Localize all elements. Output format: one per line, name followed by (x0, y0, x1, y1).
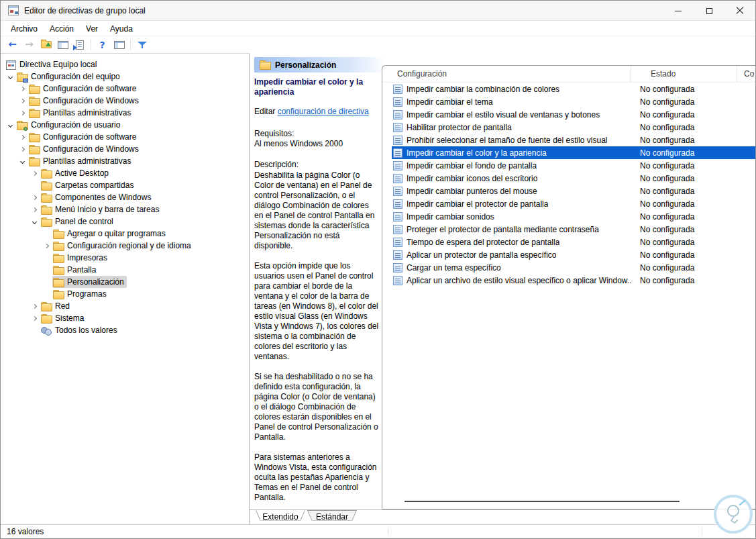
tree-item-configuracion-del-equipo[interactable]: Configuración del equipo (1, 70, 249, 83)
tree-item-agregar-o-quitar-programas[interactable]: Agregar o quitar programas (1, 228, 249, 240)
filter-button[interactable] (133, 38, 150, 52)
policy-row-impedir-cambiar-el-protector-de-pantalla[interactable]: Impedir cambiar el protector de pantalla… (382, 197, 756, 210)
up-one-level-button[interactable] (38, 38, 54, 52)
policy-icon (393, 161, 402, 170)
export-list-button[interactable] (71, 38, 88, 52)
tree-item-plantillas-administrativas[interactable]: Plantillas administrativas (1, 155, 249, 167)
panes-icon (58, 41, 68, 49)
menu-ver[interactable]: Ver (80, 22, 104, 36)
requirements-block: Requisitos: Al menos Windows 2000 (254, 129, 379, 149)
policy-row-impedir-cambiar-la-combinacion-de-colore[interactable]: Impedir cambiar la combinación de colore… (382, 83, 756, 95)
policy-row-impedir-cambiar-el-fondo-de-pantalla[interactable]: Impedir cambiar el fondo de pantallaNo c… (382, 159, 756, 172)
menu-ayuda[interactable]: Ayuda (104, 22, 139, 36)
tab-estandar[interactable]: Estándar (307, 510, 357, 523)
tree-item-sistema[interactable]: Sistema (1, 312, 249, 324)
policy-row-impedir-cambiar-sonidos[interactable]: Impedir cambiar sonidosNo configurada (382, 210, 756, 223)
tree-item-programas[interactable]: Programas (1, 288, 249, 300)
edit-policy-link[interactable]: configuración de directiva (278, 107, 369, 116)
chevron-right-icon[interactable] (17, 107, 28, 119)
extended-view-button[interactable] (111, 38, 127, 52)
tree-item-menu-inicio-y-barra-de-tareas[interactable]: Menú Inicio y barra de tareas (1, 203, 249, 215)
tree-item-configuracion-de-software[interactable]: Configuración de software (1, 131, 249, 143)
policy-row-habilitar-protector-de-pantalla[interactable]: Habilitar protector de pantallaNo config… (382, 121, 756, 134)
chevron-down-icon[interactable] (29, 215, 40, 228)
tree-item-configuracion-de-windows[interactable]: Configuración de Windows (1, 143, 249, 155)
minimize-button[interactable] (663, 1, 694, 21)
chevron-right-icon[interactable] (17, 143, 28, 155)
tree-item-panel-de-control[interactable]: Panel de control (1, 215, 249, 228)
policy-row-impedir-cambiar-el-color-y-la-apariencia[interactable]: Impedir cambiar el color y la apariencia… (382, 146, 756, 159)
policy-row-aplicar-un-protector-de-pantalla-especif[interactable]: Aplicar un protector de pantalla específ… (382, 248, 756, 261)
close-button[interactable] (724, 1, 755, 21)
list-header: Configuración Estado Co (382, 66, 756, 83)
policy-row-tiempo-de-espera-del-protector-de-pantal[interactable]: Tiempo de espera del protector de pantal… (382, 236, 756, 248)
folder-icon (29, 109, 40, 117)
show-console-tree-button[interactable] (54, 38, 71, 52)
menu-archivo[interactable]: Archivo (5, 22, 44, 36)
chevron-right-icon[interactable] (17, 83, 28, 95)
folder-icon (41, 217, 52, 226)
policy-state: No configurada (632, 123, 738, 132)
tree-item-configuracion-de-windows[interactable]: Configuración de Windows (1, 95, 249, 107)
tree-item-red[interactable]: Red (1, 300, 249, 312)
policy-row-impedir-cambiar-el-tema[interactable]: Impedir cambiar el temaNo configurada (382, 95, 756, 108)
tree-item-componentes-de-windows[interactable]: Componentes de Windows (1, 191, 249, 203)
tree-item-plantillas-administrativas[interactable]: Plantillas administrativas (1, 107, 249, 119)
tree-item-impresoras[interactable]: Impresoras (1, 252, 249, 264)
tree-item-personalizacion[interactable]: Personalización (1, 276, 249, 288)
chevron-right-icon[interactable] (29, 191, 40, 203)
policy-row-cargar-un-tema-especifico[interactable]: Cargar un tema específicoNo configurada (382, 261, 756, 274)
app-icon (8, 5, 19, 15)
policy-name-cell: Impedir cambiar el estilo visual de vent… (393, 110, 632, 119)
tree-item-pantalla[interactable]: Pantalla (1, 264, 249, 276)
description-paragraph: Para sistemas anteriores a Windows Vista… (254, 452, 379, 503)
chevron-right-icon[interactable] (29, 167, 40, 179)
tree-item-active-desktop[interactable]: Active Desktop (1, 167, 249, 179)
tree-item-carpetas-compartidas[interactable]: Carpetas compartidas (1, 179, 249, 191)
folder-icon (53, 242, 64, 250)
policy-row-prohibir-seleccionar-el-tamano-de-fuente[interactable]: Prohibir seleccionar el tamaño de fuente… (382, 134, 756, 146)
chevron-down-icon[interactable] (5, 70, 16, 83)
horizontal-scrollbar[interactable] (404, 501, 680, 502)
chevron-down-icon[interactable] (5, 119, 16, 131)
policy-icon (393, 97, 402, 107)
policy-row-proteger-el-protector-de-pantalla-median[interactable]: Proteger el protector de pantalla median… (382, 223, 756, 236)
chevron-right-icon[interactable] (29, 312, 40, 324)
column-header-comentario[interactable]: Co (737, 66, 756, 82)
column-header-configuracion[interactable]: Configuración (382, 66, 631, 82)
policy-row-aplicar-un-archivo-de-estilo-visual-espe[interactable]: Aplicar un archivo de estilo visual espe… (382, 274, 756, 287)
chevron-right-icon[interactable] (41, 240, 52, 252)
policy-state: No configurada (632, 212, 738, 222)
policy-row-impedir-cambiar-iconos-del-escritorio[interactable]: Impedir cambiar iconos del escritorioNo … (382, 172, 756, 185)
tree-item-content: Impresoras (52, 252, 110, 264)
policy-icon (393, 136, 402, 145)
tree-item-todos-los-valores[interactable]: Todos los valores (1, 324, 249, 336)
chevron-right-icon[interactable] (29, 203, 40, 215)
tab-extendido[interactable]: Extendido (256, 510, 305, 523)
tree-item-configuracion-de-software[interactable]: Configuración de software (1, 83, 249, 95)
toolbar: ← → ? (1, 36, 755, 54)
back-button[interactable]: ← (4, 38, 21, 52)
folder-icon (41, 314, 52, 323)
folder-icon (53, 230, 64, 238)
maximize-button[interactable] (694, 1, 724, 21)
chevron-down-icon[interactable] (17, 155, 28, 167)
tree-item-configuracion-de-usuario[interactable]: Configuración de usuario (1, 119, 249, 131)
policy-row-impedir-cambiar-el-estilo-visual-de-vent[interactable]: Impedir cambiar el estilo visual de vent… (382, 108, 756, 121)
tree-item-content: Menú Inicio y barra de tareas (40, 203, 162, 215)
policy-icon (393, 238, 402, 247)
tree-item-configuracion-regional-y-de-idioma[interactable]: Configuración regional y de idioma (1, 240, 249, 252)
tree-item-directiva-equipo-local[interactable]: Directiva Equipo local (1, 58, 249, 70)
policy-icon (393, 212, 402, 222)
maximize-icon (706, 8, 712, 14)
policy-row-impedir-cambiar-punteros-del-mouse[interactable]: Impedir cambiar punteros del mouseNo con… (382, 185, 756, 197)
chevron-right-icon[interactable] (17, 95, 28, 107)
tree-item-content: Carpetas compartidas (40, 179, 136, 191)
chevron-right-icon[interactable] (17, 131, 28, 143)
help-button[interactable]: ? (94, 38, 111, 52)
column-header-estado[interactable]: Estado (631, 66, 737, 82)
chevron-right-icon[interactable] (29, 300, 40, 312)
tree-item-content: Directiva Equipo local (5, 58, 99, 70)
menu-accion[interactable]: Acción (44, 22, 80, 36)
forward-button[interactable]: → (21, 38, 38, 52)
